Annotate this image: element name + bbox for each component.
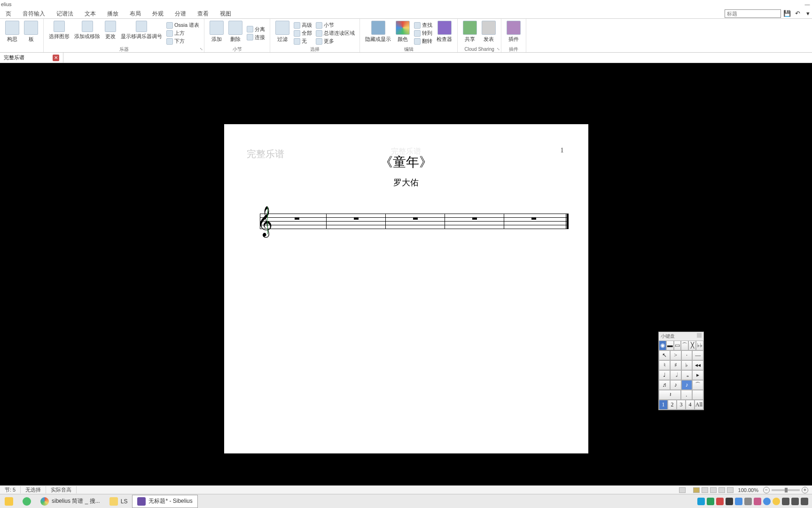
score-page[interactable]: 完整乐谱 完整乐谱 1 《童年》 罗大佑 𝄞 (224, 124, 588, 453)
keypad-rest[interactable]: 𝄽 (659, 390, 681, 400)
bar-select-button[interactable]: 小节 (314, 21, 357, 29)
menu-tab[interactable]: 查看 (192, 8, 214, 19)
ideas-button[interactable]: 构思 (3, 20, 22, 47)
document-tab[interactable]: 完整乐谱 ✕ (0, 53, 63, 63)
below-button[interactable]: 下方 (164, 37, 201, 45)
tray-icon[interactable] (735, 498, 742, 505)
whole-rest[interactable] (531, 217, 536, 220)
view-mode-4-icon[interactable] (718, 487, 725, 493)
tray-icon[interactable] (726, 498, 733, 505)
tray-icon[interactable] (716, 498, 724, 505)
keypad-sharp[interactable]: ♯ (670, 360, 681, 370)
keypad-quarter[interactable]: ♩ (659, 370, 670, 380)
more-button[interactable]: 更多 (314, 37, 357, 45)
tray-icon[interactable] (754, 498, 761, 505)
keypad-tab-4[interactable]: 4 (686, 400, 695, 410)
whole-rest[interactable] (413, 217, 418, 220)
split-button[interactable]: 分离 (245, 25, 267, 33)
keypad-panel[interactable]: 小键盘 ◉ ▬ ▭ ⌒ ╳ ♭♭ ↖ > · — ♮ ♯ ♭ ◂◂ ♩ 𝅗𝅥 𝅝… (658, 332, 704, 410)
keypad-blank[interactable] (692, 390, 703, 400)
work-area[interactable]: 完整乐谱 完整乐谱 1 《童年》 罗大佑 𝄞 (0, 63, 812, 485)
keypad-accent[interactable]: > (670, 350, 681, 360)
zoom-level[interactable]: 100.00% (735, 487, 761, 493)
keypad-title[interactable]: 小键盘 (659, 332, 703, 341)
tray-wifi-icon[interactable] (801, 498, 808, 505)
keypad-tie[interactable]: ⌒ (692, 380, 703, 390)
flip-button[interactable]: 翻转 (412, 37, 434, 45)
menu-tab[interactable]: 播放 (102, 8, 124, 19)
keypad-tab-all[interactable]: All (695, 400, 703, 410)
goto-button[interactable]: 转到 (412, 29, 434, 37)
keypad-arrow[interactable]: ↖ (659, 350, 670, 360)
tray-mic-icon[interactable] (782, 498, 789, 505)
keypad-8th[interactable]: ♪ (670, 380, 681, 390)
keypad-whole[interactable]: 𝅝 (681, 370, 693, 380)
keypad-tab-1[interactable]: 1 (659, 400, 668, 410)
system-passage-button[interactable]: 总谱连读区域 (314, 29, 357, 37)
keypad-dot[interactable]: . (681, 390, 692, 400)
add-bar-button[interactable]: 添加 (207, 20, 226, 47)
save-icon[interactable]: 💾 (783, 9, 791, 18)
above-button[interactable]: 上方 (164, 29, 201, 37)
tray-icon[interactable] (773, 498, 780, 505)
barline[interactable] (504, 214, 504, 229)
all-button[interactable]: 全部 (292, 29, 314, 37)
keypad-layout-5[interactable]: ╳ (688, 341, 696, 350)
staff[interactable]: 𝄞 (253, 212, 569, 230)
barline[interactable] (326, 214, 327, 229)
keypad-next[interactable]: ▸ (692, 370, 703, 380)
menu-tab[interactable]: 记谱法 (51, 8, 79, 19)
tray-icon[interactable] (744, 498, 752, 505)
keypad-tab-3[interactable]: 3 (677, 400, 686, 410)
keypad-selected-note[interactable]: ♪ (681, 380, 693, 390)
keypad-layout-2[interactable]: ▬ (666, 341, 674, 350)
tray-icon[interactable] (707, 498, 714, 505)
menu-tab[interactable]: 文本 (79, 8, 102, 19)
plugin-button[interactable]: 插件 (504, 20, 523, 47)
panel-button[interactable]: 板 (22, 20, 40, 47)
view-mode-1-icon[interactable] (693, 487, 700, 493)
zoom-slider[interactable] (772, 489, 800, 491)
color-button[interactable]: 颜色 (393, 20, 412, 47)
transposing-button[interactable]: 显示移调乐器调号 (118, 20, 164, 47)
tray-icon[interactable] (763, 498, 771, 505)
inspector-button[interactable]: 检查器 (434, 20, 454, 47)
menu-tab[interactable]: 页 (0, 8, 17, 19)
menu-tab[interactable]: 分谱 (169, 8, 192, 19)
keypad-flat[interactable]: ♭ (681, 360, 693, 370)
keypad-menu-icon[interactable] (697, 333, 702, 338)
keypad-tab-2[interactable]: 2 (668, 400, 677, 410)
barline[interactable] (385, 214, 386, 229)
menu-tab[interactable]: 布局 (124, 8, 147, 19)
score-composer[interactable]: 罗大佑 (224, 177, 588, 188)
whole-rest[interactable] (354, 217, 359, 220)
search-input[interactable] (725, 9, 781, 18)
tray-volume-icon[interactable] (791, 498, 799, 505)
hide-show-button[interactable]: 隐藏或显示 (363, 20, 393, 47)
dialog-launcher-icon[interactable]: ⤡ (200, 47, 203, 51)
zoom-out-icon[interactable]: − (763, 487, 770, 493)
delete-bar-button[interactable]: 删除 (226, 20, 245, 47)
barline[interactable] (260, 214, 260, 229)
keypad-staccato[interactable]: · (681, 350, 693, 360)
find-button[interactable]: 查找 (412, 21, 434, 29)
keypad-layout-3[interactable]: ▭ (674, 341, 681, 350)
select-graphic-button[interactable]: 选择图形 (47, 20, 72, 47)
undo-icon[interactable]: ↶ (793, 9, 802, 18)
menu-tab[interactable]: 外观 (147, 8, 169, 19)
menu-tab[interactable]: 音符输入 (17, 8, 51, 19)
status-pitch[interactable]: 实际音高 (46, 486, 77, 493)
dialog-launcher-icon[interactable]: ⤡ (497, 47, 500, 51)
dropdown-icon[interactable]: ▾ (804, 9, 812, 18)
tray-icon[interactable] (697, 498, 705, 505)
clipboard-icon[interactable] (679, 487, 686, 493)
close-tab-icon[interactable]: ✕ (53, 55, 59, 61)
keypad-layout-4[interactable]: ⌒ (681, 341, 688, 350)
add-remove-button[interactable]: 添加或移除 (72, 20, 102, 47)
treble-clef-icon[interactable]: 𝄞 (257, 208, 273, 234)
ossia-button[interactable]: Ossia 谱表 (164, 21, 201, 29)
view-mode-2-icon[interactable] (702, 487, 708, 493)
whole-rest[interactable] (472, 217, 477, 220)
share-button[interactable]: 共享 (461, 20, 479, 47)
whole-rest[interactable] (295, 217, 299, 220)
